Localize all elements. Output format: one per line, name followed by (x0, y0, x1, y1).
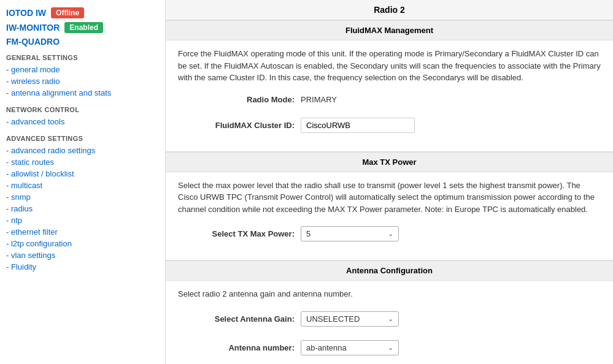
tx-max-power-chevron-icon: ⌄ (388, 230, 393, 238)
fluidmax-section-body: Force the FluidMAX operating mode of thi… (166, 40, 613, 151)
cluster-id-label: FluidMAX Cluster ID: (178, 121, 301, 130)
sidebar-item-radius[interactable]: - radius (6, 203, 159, 214)
max-tx-power-description: Select the max power level that the radi… (178, 180, 601, 216)
antenna-number-label: Antenna number: (178, 343, 301, 352)
cluster-id-row: FluidMAX Cluster ID: (178, 115, 601, 135)
cluster-id-input[interactable] (301, 118, 415, 133)
antenna-config-description: Select radio 2 antenna gain and antenna … (178, 288, 601, 300)
sidebar-app1-row: IOTOD IW Offline (6, 7, 159, 18)
sidebar-app2-row: IW-MONITOR Enabled (6, 22, 159, 33)
max-tx-power-section-header: Max TX Power (166, 152, 613, 172)
antenna-gain-row: Select Antenna Gain: UNSELECTED ⌄ (178, 309, 601, 329)
sidebar-item-l2tp[interactable]: - l2tp configuration (6, 238, 159, 249)
tx-max-power-value: 5 (306, 229, 310, 238)
sidebar-item-fluidity[interactable]: - Fluidity (6, 261, 159, 273)
tx-max-power-select[interactable]: 5 ⌄ (301, 226, 399, 241)
advanced-settings-label: ADVANCED SETTINGS (6, 135, 159, 142)
antenna-gain-value: UNSELECTED (306, 314, 360, 324)
sidebar-item-general-mode[interactable]: - general mode (6, 64, 159, 75)
tx-max-power-label: Select TX Max Power: (178, 229, 301, 238)
page-title: Radio 2 (166, 0, 613, 20)
antenna-gain-chevron-icon: ⌄ (388, 315, 393, 323)
sidebar-item-ethernet-filter[interactable]: - ethernet filter (6, 226, 159, 238)
radio-mode-row: Radio Mode: PRIMARY (178, 93, 601, 107)
sidebar-item-allowlist[interactable]: - allowlist / blocklist (6, 168, 159, 180)
fluidmax-description: Force the FluidMAX operating mode of thi… (178, 48, 601, 84)
sidebar-item-static-routes[interactable]: - static routes (6, 156, 159, 168)
max-tx-power-section-body: Select the max power level that the radi… (166, 172, 613, 260)
sidebar: IOTOD IW Offline IW-MONITOR Enabled FM-Q… (0, 0, 166, 364)
radio-mode-value: PRIMARY (301, 95, 337, 104)
sidebar-item-snmp[interactable]: - snmp (6, 191, 159, 203)
radio-mode-label: Radio Mode: (178, 95, 301, 104)
sidebar-item-wireless-radio[interactable]: - wireless radio (6, 75, 159, 87)
antenna-number-row: Antenna number: ab-antenna ⌄ (178, 338, 601, 358)
antenna-number-chevron-icon: ⌄ (388, 344, 393, 352)
antenna-config-section-body: Select radio 2 antenna gain and antenna … (166, 281, 613, 364)
general-settings-label: GENERAL SETTINGS (6, 54, 159, 61)
antenna-number-select[interactable]: ab-antenna ⌄ (301, 340, 399, 355)
antenna-number-value: ab-antenna (306, 343, 347, 352)
sidebar-enabled-badge: Enabled (64, 22, 103, 33)
sidebar-item-multicast[interactable]: - multicast (6, 180, 159, 191)
sidebar-offline-badge: Offline (51, 7, 84, 18)
sidebar-item-antenna-alignment[interactable]: - antenna alignment and stats (6, 87, 159, 99)
tx-max-power-row: Select TX Max Power: 5 ⌄ (178, 224, 601, 244)
network-control-label: NETWORK CONTROL (6, 106, 159, 113)
sidebar-app3-row: FM-QUADRO (6, 37, 159, 47)
sidebar-item-advanced-radio[interactable]: - advanced radio settings (6, 145, 159, 156)
sidebar-app1-link[interactable]: IOTOD IW (6, 8, 46, 18)
antenna-config-section-header: Antenna Configuration (166, 260, 613, 281)
antenna-gain-select[interactable]: UNSELECTED ⌄ (301, 311, 399, 327)
sidebar-item-ntp[interactable]: - ntp (6, 214, 159, 226)
sidebar-app2-link[interactable]: IW-MONITOR (6, 23, 60, 32)
antenna-gain-label: Select Antenna Gain: (178, 314, 301, 324)
sidebar-item-advanced-tools[interactable]: - advanced tools (6, 116, 159, 127)
sidebar-item-vlan[interactable]: - vlan settings (6, 249, 159, 261)
fluidmax-section-header: FluidMAX Management (166, 20, 613, 40)
sidebar-app3-link[interactable]: FM-QUADRO (6, 37, 60, 47)
main-content: Radio 2 FluidMAX Management Force the Fl… (166, 0, 613, 364)
